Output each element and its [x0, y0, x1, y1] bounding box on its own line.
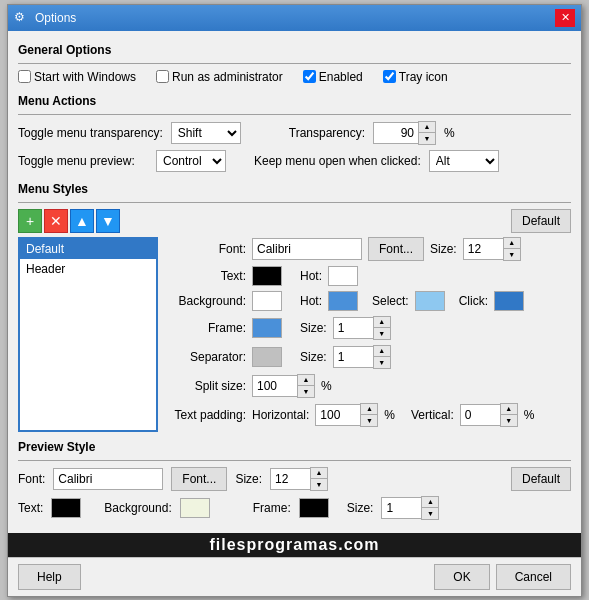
menu-actions-section: Menu Actions Toggle menu transparency: S…	[18, 94, 571, 172]
split-size-up-btn[interactable]: ▲	[298, 375, 314, 386]
preview-size-input[interactable]	[270, 468, 310, 490]
window-title: Options	[35, 11, 76, 25]
enabled-text: Enabled	[319, 70, 363, 84]
sep-size-input[interactable]	[333, 346, 373, 368]
preview-frame-size-down-btn[interactable]: ▼	[422, 508, 438, 519]
bg-hot-swatch[interactable]	[328, 291, 358, 311]
bg-swatch[interactable]	[252, 291, 282, 311]
transparency-input[interactable]	[373, 122, 418, 144]
horizontal-label: Horizontal:	[252, 408, 309, 422]
separator-label: Separator:	[166, 350, 246, 364]
horizontal-up-btn[interactable]: ▲	[361, 404, 377, 415]
sep-size-down-btn[interactable]: ▼	[374, 357, 390, 368]
menu-styles-divider	[18, 202, 571, 203]
default-button[interactable]: Default	[511, 209, 571, 233]
preview-text-swatch[interactable]	[51, 498, 81, 518]
hot-text-swatch[interactable]	[328, 266, 358, 286]
preview-style-title: Preview Style	[18, 440, 571, 454]
bg-hot-label: Hot:	[300, 294, 322, 308]
click-swatch[interactable]	[494, 291, 524, 311]
frame-size-input[interactable]	[333, 317, 373, 339]
font-size-up-btn[interactable]: ▲	[504, 238, 520, 249]
horizontal-input[interactable]	[315, 404, 360, 426]
options-window: ⚙ Options ✕ General Options Start with W…	[7, 4, 582, 597]
remove-style-button[interactable]: ✕	[44, 209, 68, 233]
split-size-input[interactable]	[252, 375, 297, 397]
close-button[interactable]: ✕	[555, 9, 575, 27]
ok-button[interactable]: OK	[434, 564, 489, 590]
vertical-down-btn[interactable]: ▼	[501, 415, 517, 426]
vertical-up-btn[interactable]: ▲	[501, 404, 517, 415]
preview-font-button[interactable]: Font...	[171, 467, 227, 491]
styles-toolbar: + ✕ ▲ ▼ Default	[18, 209, 571, 233]
text-color-label: Text:	[166, 269, 246, 283]
preview-frame-size-input[interactable]	[381, 497, 421, 519]
frame-size-label: Size:	[300, 321, 327, 335]
move-down-button[interactable]: ▼	[96, 209, 120, 233]
v-unit: %	[524, 408, 535, 422]
preview-bg-swatch[interactable]	[180, 498, 210, 518]
add-style-button[interactable]: +	[18, 209, 42, 233]
preview-style-divider	[18, 460, 571, 461]
transparency-modifier-select[interactable]: Shift Control Alt None	[171, 122, 241, 144]
split-size-spin: ▲ ▼	[252, 374, 315, 398]
click-label: Click:	[459, 294, 488, 308]
vertical-label: Vertical:	[411, 408, 454, 422]
style-item-header[interactable]: Header	[20, 259, 156, 279]
preview-size-label: Size:	[235, 472, 262, 486]
vertical-input[interactable]	[460, 404, 500, 426]
separator-swatch[interactable]	[252, 347, 282, 367]
transparency-down-btn[interactable]: ▼	[419, 133, 435, 144]
preview-frame-label: Frame:	[253, 501, 291, 515]
select-swatch[interactable]	[415, 291, 445, 311]
transparency-spin-btns: ▲ ▼	[418, 121, 436, 145]
start-windows-checkbox[interactable]	[18, 70, 31, 83]
keep-open-select[interactable]: Alt Shift Control None	[429, 150, 499, 172]
text-color-swatch[interactable]	[252, 266, 282, 286]
frame-size-down-btn[interactable]: ▼	[374, 328, 390, 339]
preview-bg-label: Background:	[104, 501, 171, 515]
transparency-up-btn[interactable]: ▲	[419, 122, 435, 133]
vertical-spin: ▲ ▼	[460, 403, 518, 427]
font-button[interactable]: Font...	[368, 237, 424, 261]
style-item-default[interactable]: Default	[20, 239, 156, 259]
move-up-button[interactable]: ▲	[70, 209, 94, 233]
start-windows-text: Start with Windows	[34, 70, 136, 84]
horizontal-spin-btns: ▲ ▼	[360, 403, 378, 427]
preview-frame-swatch[interactable]	[299, 498, 329, 518]
frame-swatch[interactable]	[252, 318, 282, 338]
help-button[interactable]: Help	[18, 564, 81, 590]
text-hot-row: Text: Hot:	[166, 266, 571, 286]
tray-icon-checkbox[interactable]	[383, 70, 396, 83]
enabled-checkbox[interactable]	[303, 70, 316, 83]
horizontal-down-btn[interactable]: ▼	[361, 415, 377, 426]
preview-default-button[interactable]: Default	[511, 467, 571, 491]
run-admin-checkbox[interactable]	[156, 70, 169, 83]
titlebar-left: ⚙ Options	[14, 10, 76, 26]
font-input[interactable]	[252, 238, 362, 260]
vertical-spin-btns: ▲ ▼	[500, 403, 518, 427]
font-size-down-btn[interactable]: ▼	[504, 249, 520, 260]
styles-list: Default Header	[18, 237, 158, 432]
font-label: Font:	[166, 242, 246, 256]
preview-size-up-btn[interactable]: ▲	[311, 468, 327, 479]
run-admin-label[interactable]: Run as administrator	[156, 70, 283, 84]
font-size-input[interactable]	[463, 238, 503, 260]
preview-modifier-select[interactable]: Control Shift Alt None	[156, 150, 226, 172]
preview-font-input[interactable]	[53, 468, 163, 490]
frame-size-spin: ▲ ▼	[333, 316, 391, 340]
window-icon: ⚙	[14, 10, 30, 26]
split-size-down-btn[interactable]: ▼	[298, 386, 314, 397]
cancel-button[interactable]: Cancel	[496, 564, 571, 590]
preview-colors-row: Text: Background: Frame: Size: ▲ ▼	[18, 496, 571, 520]
tray-icon-label[interactable]: Tray icon	[383, 70, 448, 84]
transparency-row: Toggle menu transparency: Shift Control …	[18, 121, 571, 145]
preview-frame-size-up-btn[interactable]: ▲	[422, 497, 438, 508]
enabled-label[interactable]: Enabled	[303, 70, 363, 84]
start-windows-label[interactable]: Start with Windows	[18, 70, 136, 84]
styles-form: Font: Font... Size: ▲ ▼	[166, 237, 571, 432]
sep-size-up-btn[interactable]: ▲	[374, 346, 390, 357]
frame-size-up-btn[interactable]: ▲	[374, 317, 390, 328]
preview-size-down-btn[interactable]: ▼	[311, 479, 327, 490]
watermark: filesprogramas.com	[8, 533, 581, 557]
